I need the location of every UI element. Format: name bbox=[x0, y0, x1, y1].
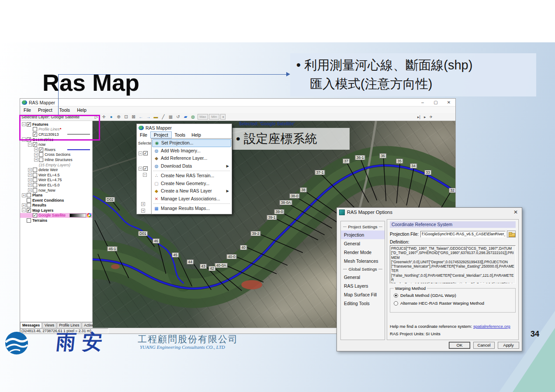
web-globe-icon[interactable]: ● bbox=[108, 114, 115, 119]
checkbox[interactable] bbox=[33, 173, 37, 177]
nav-item-projection[interactable]: Projection bbox=[341, 230, 385, 239]
tree-item-now-new[interactable]: +now_New bbox=[20, 188, 92, 193]
close-icon[interactable]: ✕ bbox=[510, 209, 522, 215]
tree-item-now[interactable]: −✓now bbox=[20, 142, 92, 147]
tree-item-weir-el-4-75[interactable]: +Weir EL=4.75 bbox=[20, 178, 92, 183]
tree-node[interactable]: + bbox=[141, 202, 146, 206]
expand-icon[interactable]: + bbox=[22, 193, 26, 197]
checkbox[interactable]: ✓ bbox=[33, 142, 37, 147]
expand-icon[interactable]: + bbox=[28, 188, 32, 192]
title-bar[interactable]: RAS Mapper –▢✕ bbox=[20, 99, 455, 107]
close-icon[interactable]: ✕ bbox=[442, 100, 455, 105]
terrain-globe-icon[interactable]: ◍ bbox=[189, 114, 197, 119]
checkbox[interactable] bbox=[39, 158, 43, 162]
tab-profile-lines[interactable]: Profile Lines bbox=[57, 322, 81, 328]
nav-item-global-map-surface-fill[interactable]: Map Surface Fill bbox=[341, 290, 385, 299]
back-arrow-icon[interactable]: ← bbox=[137, 114, 145, 119]
nav-item-global-general[interactable]: General bbox=[341, 273, 385, 282]
popup-menu-project[interactable]: Project bbox=[150, 131, 172, 138]
expand-icon[interactable]: + bbox=[28, 168, 32, 172]
checkbox[interactable] bbox=[27, 203, 31, 207]
checkbox[interactable] bbox=[33, 178, 37, 182]
expand-icon[interactable]: + bbox=[34, 158, 38, 162]
zoom-window-icon[interactable]: ⊡ bbox=[122, 114, 130, 119]
checkbox[interactable]: ✓ bbox=[33, 213, 37, 217]
apply-button[interactable]: Apply bbox=[498, 342, 519, 349]
expand-icon[interactable]: + bbox=[28, 178, 32, 182]
expand-icon[interactable]: + bbox=[22, 203, 26, 207]
tab-views[interactable]: Views bbox=[42, 322, 56, 328]
definition-textarea[interactable]: PROJCS["TWD_1997_TM_Taiwan",GEOGCS["GCS_… bbox=[390, 245, 516, 284]
menu-item-download-data[interactable]: ◍Download Data▶ bbox=[152, 162, 231, 170]
menu-item-create-a-new-ras-layer[interactable]: ◆Create a New RAS Layer▶ bbox=[152, 187, 231, 195]
ok-button[interactable]: OK bbox=[449, 342, 470, 349]
menu-item-add-reference-layer-[interactable]: ◆Add Reference Layer... bbox=[152, 155, 231, 162]
nav-item-global-ras-layers[interactable]: RAS Layers bbox=[341, 282, 385, 290]
flight-icon[interactable]: ✈ bbox=[429, 115, 433, 119]
tree-item-delete-weir[interactable]: +delete Weir bbox=[20, 167, 92, 172]
popup-menu-help[interactable]: Help bbox=[188, 132, 204, 138]
popup-title-bar[interactable]: RAS Mapper bbox=[137, 124, 232, 131]
menu-file[interactable]: File bbox=[20, 107, 35, 113]
tree-item-terrains[interactable]: Terrains bbox=[20, 218, 92, 223]
popup-menu-tools[interactable]: Tools bbox=[172, 132, 189, 138]
expand-icon[interactable]: + bbox=[28, 183, 32, 187]
checkbox[interactable] bbox=[33, 183, 37, 187]
menu-item-manage-results-maps-[interactable]: ▦Manage Results Maps... bbox=[152, 205, 231, 213]
expand-icon[interactable]: + bbox=[34, 148, 38, 151]
tree-node[interactable]: − bbox=[143, 173, 148, 177]
measure-tool-icon[interactable]: ▬ bbox=[152, 114, 160, 119]
expand-icon[interactable]: + bbox=[28, 173, 32, 177]
nav-item-general[interactable]: General bbox=[341, 239, 385, 248]
layers-icon[interactable]: ▰ bbox=[182, 114, 189, 119]
pan-tool-icon[interactable]: ✛ bbox=[100, 114, 108, 119]
tree-item-map-layers[interactable]: −✓Map Layers bbox=[20, 208, 92, 213]
tab-messages[interactable]: Messages bbox=[20, 322, 42, 328]
nav-item-global-editing-tools[interactable]: Editing Tools bbox=[341, 299, 385, 308]
play-icon[interactable]: ▸ bbox=[424, 115, 426, 119]
tree-item-plans[interactable]: +Plans bbox=[20, 193, 92, 198]
radio-button[interactable] bbox=[394, 293, 398, 298]
checkbox[interactable] bbox=[27, 218, 31, 223]
warping-option-0[interactable]: Default Method (GDAL Warp) bbox=[394, 293, 512, 298]
checkbox[interactable] bbox=[27, 198, 31, 203]
collapse-button[interactable]: ◂ bbox=[220, 114, 225, 120]
projection-file-input[interactable]: f:\GoogleSync\HEC-RAS_v6.5_CASE\ElanRive… bbox=[420, 231, 506, 237]
cancel-button[interactable]: Cancel bbox=[473, 342, 495, 349]
profile-line-icon[interactable]: ╱ bbox=[160, 114, 167, 119]
checkbox[interactable] bbox=[33, 168, 37, 172]
tree-item-inline-structures[interactable]: +Inline Structures bbox=[20, 157, 92, 162]
maximize-icon[interactable]: ▢ bbox=[429, 100, 442, 105]
zoom-in-icon[interactable]: ⊕ bbox=[115, 114, 122, 119]
nav-item-render-mode[interactable]: Render Mode bbox=[341, 248, 385, 257]
forward-arrow-icon[interactable]: → bbox=[145, 114, 152, 119]
checkbox[interactable] bbox=[39, 152, 43, 157]
tree-item-weir-el-5-0[interactable]: +Weir EL=5.0 bbox=[20, 182, 92, 188]
tree-item-rivers[interactable]: +✓Rivers bbox=[20, 147, 92, 152]
max-button[interactable]: Max bbox=[198, 114, 208, 120]
tree-item-event-conditions[interactable]: Event Conditions bbox=[20, 198, 92, 203]
nav-item-mesh-tolerances[interactable]: Mesh Tolerances bbox=[341, 257, 385, 265]
tree-item-weir-el-4-5[interactable]: +Weir EL=4.5 bbox=[20, 172, 92, 178]
tree-item-results[interactable]: +Results bbox=[20, 203, 92, 208]
tree-item-cross-sections[interactable]: +Cross Sections bbox=[20, 152, 92, 158]
tree-item-google-satellite[interactable]: ✓Google Satellite bbox=[20, 213, 92, 218]
tree-node[interactable]: −✓ bbox=[139, 151, 149, 155]
expand-icon[interactable]: + bbox=[34, 153, 38, 157]
tree-node[interactable]: −✓ bbox=[139, 166, 149, 171]
browse-folder-icon[interactable] bbox=[507, 230, 516, 237]
menu-item-add-web-imagery-[interactable]: ◍Add Web Imagery... bbox=[152, 147, 231, 155]
step-icon[interactable]: ▸| bbox=[417, 115, 420, 119]
menu-item-manage-layer-associations-[interactable]: ✕Manage Layer Associations... bbox=[152, 195, 231, 203]
checkbox[interactable]: ✓ bbox=[39, 148, 43, 152]
checkbox[interactable] bbox=[33, 188, 37, 193]
menu-item-set-projection-[interactable]: ◉Set Projection... bbox=[152, 139, 231, 147]
menu-project[interactable]: Project bbox=[35, 107, 56, 113]
warping-option-1[interactable]: Alternate HEC-RAS Raster Warping Method bbox=[394, 301, 512, 306]
checkbox[interactable]: ✓ bbox=[27, 208, 31, 213]
popup-menu-file[interactable]: File bbox=[137, 132, 150, 138]
tree-node[interactable]: + bbox=[141, 209, 146, 213]
zoom-extents-icon[interactable]: ⊠ bbox=[130, 114, 137, 119]
minimize-icon[interactable]: – bbox=[416, 100, 429, 105]
spatialreference-link[interactable]: spatialreference.org bbox=[473, 324, 510, 329]
